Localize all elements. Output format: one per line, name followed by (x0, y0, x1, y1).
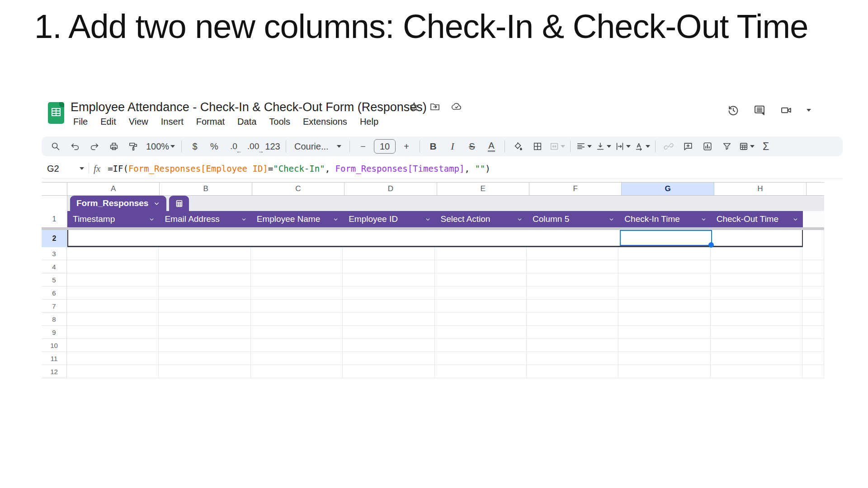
row-header[interactable]: 4 (42, 260, 67, 273)
grid-cell[interactable] (527, 300, 618, 313)
grid-cell-partial[interactable] (802, 352, 824, 365)
row-header[interactable]: 7 (42, 300, 67, 313)
paint-format-icon[interactable] (125, 138, 142, 155)
grid-cell[interactable] (251, 247, 343, 260)
grid-cell[interactable] (251, 273, 343, 286)
grid-cell[interactable] (618, 260, 710, 273)
grid-cell[interactable] (435, 300, 527, 313)
header-cell-check-in-time[interactable]: Check-In Time (619, 211, 711, 227)
grid-cell[interactable] (618, 365, 710, 378)
grid-cell-partial[interactable] (802, 286, 824, 300)
grid-cell[interactable] (159, 313, 250, 326)
row-header[interactable]: 3 (42, 247, 67, 260)
grid-cell[interactable] (527, 247, 618, 260)
selected-cell-g2[interactable] (620, 230, 712, 246)
grid-cell[interactable] (711, 247, 802, 260)
grid-cell[interactable] (67, 313, 159, 326)
italic-button[interactable]: I (444, 138, 461, 155)
grid-cell[interactable] (251, 365, 343, 378)
header-cell-column-5[interactable]: Column 5 (527, 211, 619, 227)
grid-cell[interactable] (159, 247, 250, 260)
grid-cell-partial[interactable] (802, 313, 824, 326)
camera-dropdown-caret-icon[interactable] (807, 109, 811, 112)
grid-cell[interactable] (618, 300, 710, 313)
menu-item-edit[interactable]: Edit (96, 116, 120, 128)
row-header[interactable]: 12 (42, 365, 67, 378)
menu-item-format[interactable]: Format (192, 116, 229, 128)
grid-cell[interactable] (67, 273, 159, 286)
grid-cell-partial[interactable] (802, 365, 824, 378)
grid-cell[interactable] (711, 365, 802, 378)
fill-color-icon[interactable] (509, 138, 527, 155)
column-dropdown-icon[interactable] (701, 216, 707, 222)
grid-cell[interactable] (435, 247, 527, 260)
row-header-2-selected[interactable]: 2 (42, 230, 67, 247)
grid-cell[interactable] (159, 260, 250, 273)
increase-decimal-button[interactable]: .00→ (245, 138, 262, 155)
column-header-f[interactable]: F (529, 183, 622, 195)
header-cell-employee-name[interactable]: Employee Name (251, 211, 343, 227)
format-currency-button[interactable]: $ (186, 138, 203, 155)
formula-input[interactable]: =IF(Form_Responses[Employee ID]="Check-I… (108, 164, 491, 174)
grid-cell[interactable] (618, 273, 710, 286)
grid-cell[interactable] (67, 339, 159, 352)
font-size-field[interactable]: 10 (374, 138, 396, 155)
sheets-logo-icon[interactable] (48, 102, 64, 124)
grid-cell[interactable] (343, 286, 434, 300)
column-dropdown-icon[interactable] (609, 216, 614, 222)
name-box[interactable]: G2 (42, 164, 80, 174)
grid-cell[interactable] (435, 352, 527, 365)
grid-cell[interactable] (67, 352, 159, 365)
grid-cell[interactable] (159, 286, 250, 300)
grid-cell[interactable] (527, 273, 618, 286)
grid-cell[interactable] (251, 326, 343, 339)
undo-icon[interactable] (66, 138, 84, 155)
row-header[interactable]: 5 (42, 273, 67, 286)
grid-cell[interactable] (527, 260, 618, 273)
grid-cell[interactable] (67, 286, 159, 300)
grid-cell[interactable] (618, 339, 710, 352)
grid-cell[interactable] (251, 352, 343, 365)
horizontal-align-button[interactable] (575, 138, 592, 155)
grid-cell[interactable] (343, 260, 434, 273)
row-header[interactable]: 8 (42, 313, 67, 326)
grid-cell[interactable] (343, 247, 434, 260)
grid-cell[interactable] (435, 365, 527, 378)
filter-icon[interactable] (718, 138, 736, 155)
grid-cell[interactable] (527, 286, 618, 300)
fill-handle[interactable] (708, 242, 714, 248)
insert-comment-icon[interactable] (679, 138, 697, 155)
grid-cell[interactable] (251, 286, 343, 300)
doc-title[interactable]: Employee Attendance - Check-In & Check-O… (71, 100, 427, 114)
menu-item-tools[interactable]: Tools (264, 116, 295, 128)
grid-cell[interactable] (251, 300, 343, 313)
column-header-h[interactable]: H (714, 183, 807, 195)
text-color-button[interactable]: A (483, 138, 500, 155)
select-all-corner[interactable] (42, 183, 67, 195)
grid-cell[interactable] (435, 313, 527, 326)
column-header-b[interactable]: B (160, 183, 252, 195)
grid-cell[interactable] (618, 352, 710, 365)
grid-cell-partial[interactable] (802, 339, 824, 352)
grid-cell[interactable] (711, 273, 802, 286)
grid-cell[interactable] (67, 326, 159, 339)
version-history-icon[interactable] (727, 104, 740, 117)
grid-cell[interactable] (343, 326, 434, 339)
row-header[interactable]: 9 (42, 326, 67, 339)
grid-cell-partial[interactable] (802, 247, 824, 260)
column-dropdown-icon[interactable] (149, 216, 155, 222)
grid-cell[interactable] (435, 260, 527, 273)
grid-cell[interactable] (711, 300, 802, 313)
grid-cell[interactable] (343, 352, 434, 365)
name-box-caret-icon[interactable] (80, 167, 84, 170)
grid-cell[interactable] (711, 313, 802, 326)
star-icon[interactable] (409, 101, 420, 112)
column-dropdown-icon[interactable] (425, 216, 431, 222)
header-cell-email-address[interactable]: Email Address (159, 211, 251, 227)
grid-cell[interactable] (343, 339, 434, 352)
menu-item-insert[interactable]: Insert (156, 116, 188, 128)
strikethrough-button[interactable]: S (463, 138, 481, 155)
grid-cell[interactable] (435, 339, 527, 352)
font-size-value[interactable]: 10 (374, 139, 396, 154)
grid-cell[interactable] (618, 247, 710, 260)
